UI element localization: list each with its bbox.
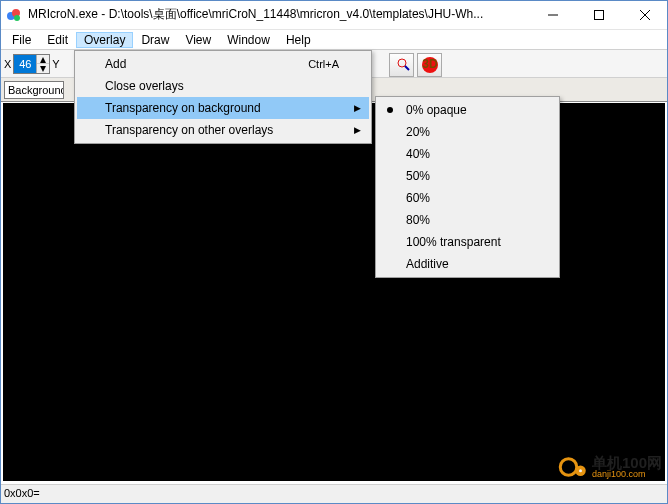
overlay-menu: Add Ctrl+A Close overlays Transparency o… [74,50,372,144]
menu-overlay[interactable]: Overlay [76,32,133,48]
overlay-menu-close[interactable]: Close overlays [77,75,369,97]
window-title: MRIcroN.exe - D:\tools\桌面\office\mriCroN… [28,6,530,23]
menu-label: 0% opaque [406,103,467,117]
svg-point-2 [14,15,20,21]
svg-point-7 [398,59,406,67]
minimize-button[interactable] [530,0,576,30]
menu-label: Transparency on background [105,101,261,115]
x-down[interactable]: ▾ [37,64,49,73]
transparency-submenu: 0% opaque 20% 40% 50% 60% 80% 100% trans… [375,96,560,278]
watermark-title: 单机100网 [592,455,662,470]
maximize-button[interactable] [576,0,622,30]
menu-label: Additive [406,257,449,271]
layer-combo[interactable]: Background [4,81,64,99]
menu-label: 60% [406,191,430,205]
3d-button[interactable]: 3D [417,53,442,77]
submenu-arrow-icon: ▶ [354,125,361,135]
menu-window[interactable]: Window [219,32,278,48]
svg-point-13 [579,469,582,472]
overlay-menu-add[interactable]: Add Ctrl+A [77,53,369,75]
menu-label: Close overlays [105,79,184,93]
viewport[interactable] [3,103,665,481]
transparency-100[interactable]: 100% transparent [378,231,557,253]
watermark-logo-icon [558,452,588,482]
menu-label: 100% transparent [406,235,501,249]
transparency-0[interactable]: 0% opaque [378,99,557,121]
svg-text:3D: 3D [422,57,438,71]
transparency-60[interactable]: 60% [378,187,557,209]
menu-help[interactable]: Help [278,32,319,48]
svg-rect-4 [595,10,604,19]
app-icon [6,7,22,23]
menubar: File Edit Overlay Draw View Window Help [0,30,668,50]
menu-label: 50% [406,169,430,183]
transparency-20[interactable]: 20% [378,121,557,143]
y-label: Y [52,58,59,70]
menu-draw[interactable]: Draw [133,32,177,48]
overlay-menu-transparency-other[interactable]: Transparency on other overlays ▶ [77,119,369,141]
x-input[interactable] [14,55,36,73]
menu-shortcut: Ctrl+A [308,58,339,70]
overlay-menu-transparency-bg[interactable]: Transparency on background ▶ [77,97,369,119]
menu-label: 40% [406,147,430,161]
menu-label: 80% [406,213,430,227]
close-button[interactable] [622,0,668,30]
status-bar: 0x0x0= [0,484,668,504]
menu-view[interactable]: View [177,32,219,48]
menu-edit[interactable]: Edit [39,32,76,48]
titlebar: MRIcroN.exe - D:\tools\桌面\office\mriCroN… [0,0,668,30]
transparency-additive[interactable]: Additive [378,253,557,275]
watermark-url: danji100.com [592,470,662,479]
selected-bullet-icon [387,107,393,113]
x-label: X [4,58,11,70]
menu-file[interactable]: File [4,32,39,48]
svg-point-11 [560,459,577,476]
menu-label: 20% [406,125,430,139]
crosshair-button[interactable] [389,53,414,77]
transparency-80[interactable]: 80% [378,209,557,231]
menu-label: Transparency on other overlays [105,123,273,137]
menu-label: Add [105,57,126,71]
watermark: 单机100网 danji100.com [558,452,662,482]
svg-line-8 [405,66,409,70]
transparency-40[interactable]: 40% [378,143,557,165]
x-spinner[interactable]: ▴▾ [13,54,50,74]
submenu-arrow-icon: ▶ [354,103,361,113]
transparency-50[interactable]: 50% [378,165,557,187]
